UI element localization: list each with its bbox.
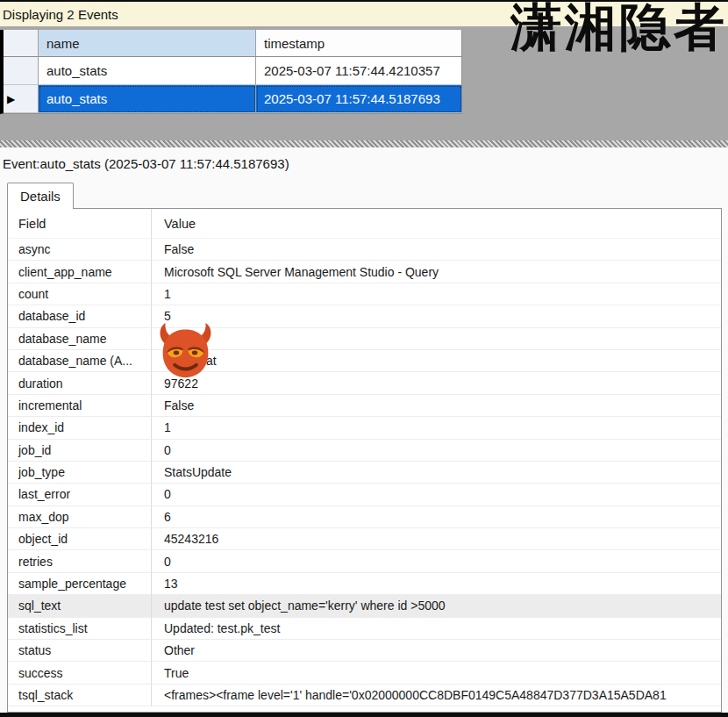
details-row[interactable]: statistics_listUpdated: test.pk_test [8,618,721,640]
detail-field-name: database_name (A... [8,350,152,372]
detail-field-name: async [8,239,152,261]
status-bar: Displaying 2 Events [0,0,728,26]
details-row[interactable]: index_id1 [8,417,721,439]
detail-field-value: 1 [152,417,721,439]
detail-field-name: sample_percentage [8,573,152,595]
detail-field-value: 0 [152,550,721,572]
detail-field-name: incremental [8,395,152,417]
details-row[interactable]: database_name (A...at [8,350,721,372]
event-timestamp-cell[interactable]: 2025-03-07 11:57:44.5187693 [256,85,462,113]
event-row[interactable]: ▶auto_stats2025-03-07 11:57:44.5187693 [4,85,462,113]
detail-field-value: 0 [152,440,721,462]
events-grid-zone: name timestamp auto_stats2025-03-07 11:5… [0,26,728,140]
detail-field-name: last_error [8,484,152,505]
details-row[interactable]: object_id45243216 [8,528,721,550]
details-row[interactable]: incrementalFalse [8,395,721,417]
details-row[interactable]: count1 [8,283,721,305]
row-selector-cell[interactable] [4,57,39,85]
events-grid: name timestamp auto_stats2025-03-07 11:5… [0,30,462,114]
tab-details[interactable]: Details [7,183,74,209]
detail-field-name: job_type [8,462,152,484]
detail-field-name: statistics_list [8,618,152,640]
detail-field-name: client_app_name [8,261,152,283]
detail-field-value: at [152,350,721,372]
details-row[interactable]: job_id0 [8,440,721,462]
detail-field-name: count [8,283,152,305]
detail-field-value: StatsUpdate [152,462,721,484]
details-column-field[interactable]: Field [8,209,152,239]
details-row[interactable]: tsql_stack<frames><frame level='1' handl… [8,685,721,706]
details-row[interactable]: asyncFalse [8,239,721,261]
detail-field-value: <frames><frame level='1' handle='0x02000… [152,685,721,706]
column-header-name[interactable]: name [39,30,256,57]
panel-splitter[interactable] [0,140,728,147]
detail-field-name: sql_text [8,595,152,617]
event-name-cell[interactable]: auto_stats [39,85,256,113]
detail-field-value: update test set object_name='kerry' wher… [152,595,721,617]
details-header-row: Field Value [8,209,721,239]
details-rows: asyncFalseclient_app_nameMicrosoft SQL S… [8,239,721,706]
detail-field-name: success [8,662,152,684]
current-row-arrow-icon: ▶ [7,93,15,105]
row-selector-header[interactable] [4,30,39,57]
details-row[interactable]: last_error0 [8,484,721,505]
details-row[interactable]: sql_textupdate test set object_name='ker… [8,595,721,617]
detail-field-value: True [152,662,721,684]
event-name-cell[interactable]: auto_stats [39,57,256,85]
detail-field-value: Other [152,640,721,662]
details-row[interactable]: successTrue [8,662,721,684]
details-row[interactable]: database_id5 [8,305,721,327]
event-row[interactable]: auto_stats2025-03-07 11:57:44.4210357 [4,57,462,85]
detail-field-name: index_id [8,417,152,439]
window-bottom-edge [0,713,728,717]
detail-field-name: job_id [8,440,152,462]
devil-face-icon [155,321,216,380]
detail-field-name: max_dop [8,506,152,528]
detail-field-value: Microsoft SQL Server Management Studio -… [152,261,721,283]
detail-field-name: tsql_stack [8,685,152,706]
detail-field-name: database_id [8,305,152,327]
detail-field-value: 1 [152,283,721,305]
events-grid-header-row: name timestamp [4,30,462,57]
details-column-value[interactable]: Value [152,209,721,239]
detail-field-value: 6 [152,506,721,528]
details-table: Field Value asyncFalseclient_app_nameMic… [7,208,722,713]
detail-field-value: False [152,395,721,417]
details-row[interactable]: sample_percentage13 [8,573,721,595]
detail-field-name: retries [8,550,152,572]
detail-field-name: database_name [8,328,152,350]
events-grid-rows: auto_stats2025-03-07 11:57:44.4210357▶au… [4,57,462,113]
detail-field-name: object_id [8,528,152,550]
column-header-timestamp[interactable]: timestamp [256,30,462,57]
details-row[interactable]: client_app_nameMicrosoft SQL Server Mana… [8,261,721,283]
detail-field-value: 97622 [152,372,721,394]
details-row[interactable]: statusOther [8,640,721,662]
detail-field-value: 45243216 [152,528,721,550]
event-detail-panel: Event:auto_stats (2025-03-07 11:57:44.51… [0,147,728,713]
details-row[interactable]: job_typeStatsUpdate [8,462,721,484]
row-selector-cell[interactable]: ▶ [4,85,39,113]
detail-field-value [152,328,721,350]
status-bar-text: Displaying 2 Events [3,7,118,22]
event-timestamp-cell[interactable]: 2025-03-07 11:57:44.4210357 [256,57,462,85]
detail-field-name: duration [8,372,152,394]
detail-tab-strip: Details [0,179,728,208]
details-row[interactable]: database_name [8,328,721,350]
detail-field-value: False [152,239,721,261]
detail-field-value: 13 [152,573,721,595]
detail-field-value: 5 [152,305,721,327]
detail-field-name: status [8,640,152,662]
details-row[interactable]: retries0 [8,550,721,572]
event-detail-title: Event:auto_stats (2025-03-07 11:57:44.51… [0,147,728,179]
detail-field-value: Updated: test.pk_test [152,618,721,640]
detail-field-value: 0 [152,484,721,505]
details-row[interactable]: duration97622 [8,372,721,394]
details-row[interactable]: max_dop6 [8,506,721,528]
